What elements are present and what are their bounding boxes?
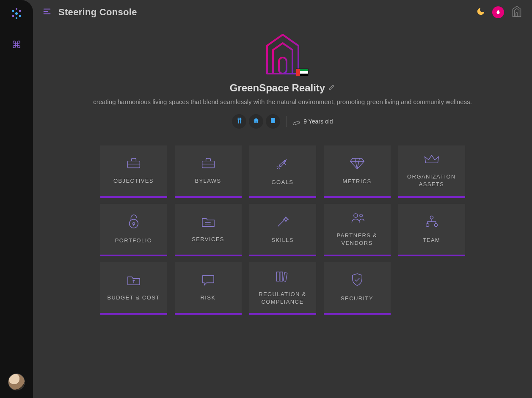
diamond-icon	[350, 156, 365, 172]
tile-label: METRICS	[342, 178, 371, 185]
svg-rect-12	[293, 121, 300, 125]
tile-organization-assets[interactable]: ORGANIZATION ASSETS	[398, 145, 465, 196]
crown-icon	[424, 154, 439, 167]
svg-rect-14	[202, 161, 214, 168]
wand-icon	[276, 214, 290, 231]
svg-point-4	[19, 15, 21, 17]
tile-regulation-compliance[interactable]: REGULATION & COMPLIANCE	[249, 262, 316, 313]
quick-action-button[interactable]	[492, 6, 504, 18]
org-header: GreenSpace Reality creating harmonious l…	[43, 31, 522, 129]
tile-label: PORTFOLIO	[115, 237, 152, 244]
chip-home[interactable]	[249, 114, 263, 129]
svg-point-15	[284, 160, 286, 162]
moon-icon	[476, 7, 485, 16]
svg-point-6	[16, 17, 17, 19]
tile-metrics[interactable]: METRICS	[324, 145, 391, 196]
main: Steering Console	[33, 0, 532, 398]
topbar: Steering Console	[33, 0, 532, 25]
chips-container	[232, 114, 280, 129]
svg-point-17	[132, 222, 135, 225]
svg-point-20	[430, 216, 433, 219]
sidebar	[0, 0, 33, 398]
tile-label: BYLAWS	[195, 177, 221, 185]
tile-objectives[interactable]: OBJECTIVES	[100, 145, 167, 196]
chip-utensils[interactable]	[232, 114, 246, 129]
app-root: Steering Console	[0, 0, 532, 398]
tile-skills[interactable]: SKILLS	[249, 204, 316, 255]
org-logo	[259, 31, 306, 78]
tile-label: RISK	[201, 294, 216, 302]
tile-label: SECURITY	[341, 295, 373, 302]
org-logo-small-button[interactable]	[511, 5, 523, 19]
org-name: GreenSpace Reality	[230, 82, 325, 94]
sidebar-item-command[interactable]	[8, 36, 25, 53]
tile-label: PARTNERS & VENDORS	[327, 232, 387, 247]
svg-point-0	[15, 12, 18, 15]
pencil-icon	[328, 84, 335, 91]
tile-portfolio[interactable]: PORTFOLIO	[100, 204, 167, 255]
divider	[286, 116, 287, 127]
svg-rect-11	[279, 58, 287, 74]
briefcase-icon	[126, 157, 141, 171]
unlock-icon	[127, 214, 140, 231]
tile-risk[interactable]: RISK	[175, 262, 242, 313]
brand-logo-icon[interactable]	[9, 6, 24, 21]
shield-check-icon	[351, 273, 364, 289]
svg-point-1	[12, 10, 14, 12]
edit-name-button[interactable]	[328, 84, 335, 92]
svg-point-3	[12, 15, 14, 17]
svg-point-21	[426, 223, 429, 226]
svg-point-2	[19, 10, 21, 12]
tiles-grid: OBJECTIVESBYLAWSGOALSMETRICSORGANIZATION…	[43, 145, 522, 313]
arch-logo-icon	[511, 5, 523, 18]
droplet-icon	[495, 9, 501, 15]
rocket-icon	[275, 156, 290, 173]
svg-point-16	[129, 219, 138, 228]
tile-goals[interactable]: GOALS	[249, 145, 316, 196]
tile-partners-vendors[interactable]: PARTNERS & VENDORS	[324, 204, 391, 255]
country-flag-icon	[296, 69, 309, 76]
books-icon	[275, 269, 290, 285]
org-age-label: 9 Years old	[303, 118, 333, 125]
org-age: 9 Years old	[292, 118, 333, 125]
utensils-icon	[236, 117, 243, 126]
ruler-icon	[292, 118, 300, 125]
svg-point-18	[353, 214, 357, 217]
topbar-actions	[476, 5, 523, 19]
tile-label: SKILLS	[271, 236, 294, 244]
tile-label: OBJECTIVES	[113, 177, 154, 185]
tile-label: GOALS	[272, 178, 294, 186]
svg-rect-25	[283, 273, 287, 282]
theme-toggle-button[interactable]	[476, 7, 485, 18]
svg-rect-13	[127, 161, 140, 168]
tile-label: SERVICES	[192, 236, 224, 243]
tile-label: TEAM	[423, 236, 441, 244]
building-icon	[270, 117, 276, 126]
tile-budget-cost[interactable]: BUDGET & COST	[100, 262, 167, 313]
svg-rect-23	[276, 272, 279, 281]
tile-team[interactable]: TEAM	[398, 204, 465, 255]
tile-bylaws[interactable]: BYLAWS	[175, 145, 242, 196]
folder-doc-icon	[201, 215, 215, 230]
svg-rect-24	[280, 272, 282, 281]
avatar[interactable]	[8, 373, 25, 390]
folder-up-icon	[127, 274, 141, 288]
briefcase-icon	[201, 157, 216, 171]
org-chart-icon	[424, 214, 439, 231]
tile-label: BUDGET & COST	[107, 294, 160, 302]
chip-building[interactable]	[266, 114, 280, 129]
tile-label: ORGANIZATION ASSETS	[402, 173, 462, 188]
org-description: creating harmonious living spaces that b…	[93, 97, 472, 107]
people-icon	[349, 211, 366, 226]
tile-label: REGULATION & COMPLIANCE	[253, 291, 313, 305]
tile-security[interactable]: SECURITY	[324, 262, 391, 313]
chat-icon	[201, 274, 215, 288]
menu-toggle-button[interactable]	[42, 7, 52, 18]
command-icon	[12, 40, 21, 49]
content: GreenSpace Reality creating harmonious l…	[33, 25, 532, 398]
svg-point-22	[434, 223, 437, 226]
svg-point-19	[359, 214, 362, 217]
svg-rect-10	[516, 13, 518, 17]
tile-services[interactable]: SERVICES	[175, 204, 242, 255]
hamburger-icon	[42, 7, 52, 16]
